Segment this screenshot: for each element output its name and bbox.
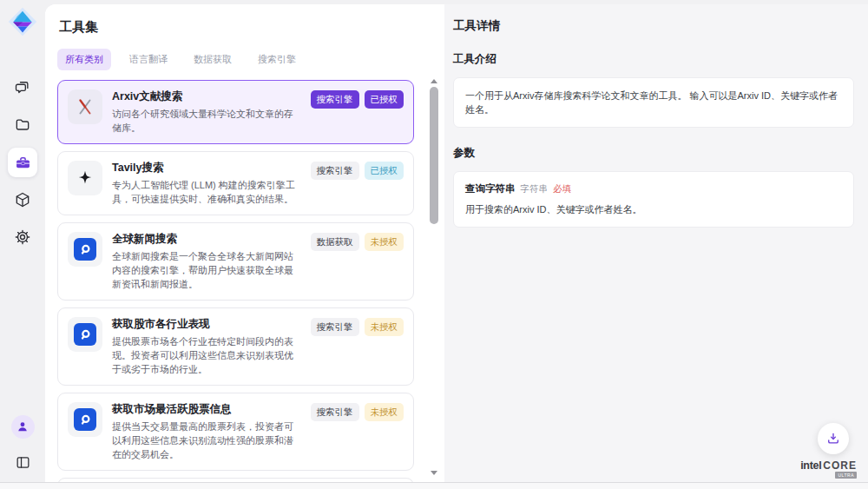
tool-card-arxiv[interactable]: Arxiv文献搜索访问各个研究领域大量科学论文和文章的存储库。搜索引擎已授权 bbox=[57, 80, 414, 144]
tool-detail-panel: 工具详情 工具介绍 一个用于从Arxiv存储库搜索科学论文和文章的工具。 输入可… bbox=[444, 4, 868, 482]
auth-badge: 已授权 bbox=[365, 162, 404, 180]
auth-badge: 已授权 bbox=[365, 90, 404, 109]
brand-intel: intel bbox=[800, 459, 821, 472]
tools-list-title: 工具集 bbox=[59, 19, 444, 36]
tool-card-body: Arxiv文献搜索访问各个研究领域大量科学论文和文章的存储库。 bbox=[112, 89, 301, 135]
app-logo bbox=[7, 6, 38, 37]
tool-title: 获取市场最活跃股票信息 bbox=[112, 402, 301, 417]
intro-heading: 工具介绍 bbox=[453, 52, 854, 67]
gear-icon bbox=[14, 228, 31, 246]
category-badge: 搜索引擎 bbox=[311, 318, 359, 336]
tool-card-body: 全球新闻搜索全球新闻搜索是一个聚合全球各大新闻网站内容的搜索引擎，帮助用户快速获… bbox=[112, 232, 301, 291]
tool-title: Tavily搜索 bbox=[112, 161, 301, 175]
category-badge: 数据获取 bbox=[311, 233, 359, 251]
param-type: 字符串 bbox=[521, 183, 549, 195]
category-badge: 搜索引擎 bbox=[311, 403, 359, 421]
arxiv-icon bbox=[68, 89, 102, 124]
left-icon-rail bbox=[0, 0, 45, 489]
param-name: 查询字符串 bbox=[465, 182, 516, 195]
tab-all-categories[interactable]: 所有类别 bbox=[57, 49, 111, 70]
scrollbar-thumb[interactable] bbox=[430, 87, 438, 224]
tool-description: 专为人工智能代理 (LLM) 构建的搜索引擎工具，可快速提供实时、准确和真实的结… bbox=[112, 178, 301, 206]
window-bottom-edge bbox=[0, 482, 868, 489]
download-icon bbox=[825, 431, 841, 446]
category-badge: 搜索引擎 bbox=[311, 90, 359, 109]
tab-language-translation[interactable]: 语言翻译 bbox=[122, 49, 175, 70]
tab-data-fetching[interactable]: 数据获取 bbox=[186, 49, 240, 70]
sidebar-item-toolbox[interactable] bbox=[8, 148, 37, 177]
sidebar-item-chat[interactable] bbox=[8, 73, 37, 102]
params-heading: 参数 bbox=[453, 146, 854, 161]
tool-card-body: 获取市场最活跃股票信息提供当天交易量最高的股票列表，投资者可以利用这些信息来识别… bbox=[112, 402, 301, 461]
tool-description: 访问各个研究领域大量科学论文和文章的存储库。 bbox=[112, 107, 301, 135]
tavily-icon bbox=[76, 169, 95, 188]
blue-chip bbox=[74, 323, 96, 346]
tool-badges: 数据获取未授权 bbox=[311, 232, 404, 291]
param-required-label: 必填 bbox=[553, 183, 571, 195]
param-desc: 用于搜索的Arxiv ID、关键字或作者姓名。 bbox=[465, 202, 842, 216]
main-window: 工具集 所有类别语言翻译数据获取搜索引擎 Arxiv文献搜索访问各个研究领域大量… bbox=[45, 4, 868, 482]
tool-badges: 搜索引擎已授权 bbox=[311, 89, 404, 135]
tool-description: 提供股票市场各个行业在特定时间段内的表现。投资者可以利用这些信息来识别表现优于或… bbox=[112, 334, 301, 376]
auth-badge: 未授权 bbox=[365, 233, 404, 251]
tool-card-body: Tavily搜索专为人工智能代理 (LLM) 构建的搜索引擎工具，可快速提供实时… bbox=[112, 161, 301, 206]
auth-badge: 未授权 bbox=[365, 403, 404, 421]
news-search-icon bbox=[78, 327, 93, 342]
tool-card-sector-performance[interactable]: 获取股市各行业表现提供股票市场各个行业在特定时间段内的表现。投资者可以利用这些信… bbox=[57, 307, 414, 386]
news-search-icon bbox=[68, 232, 102, 267]
panel-toggle-icon bbox=[15, 454, 31, 471]
tool-title: 全球新闻搜索 bbox=[112, 232, 301, 247]
sidebar-item-models[interactable] bbox=[8, 185, 37, 215]
user-avatar bbox=[16, 420, 30, 433]
news-search-icon bbox=[68, 402, 102, 437]
tool-badges: 搜索引擎未授权 bbox=[311, 402, 404, 461]
sidebar-item-settings[interactable] bbox=[8, 222, 37, 252]
tool-card-body: 获取股市各行业表现提供股票市场各个行业在特定时间段内的表现。投资者可以利用这些信… bbox=[112, 317, 301, 376]
tavily-icon bbox=[68, 161, 102, 195]
blue-chip bbox=[74, 408, 96, 431]
sidebar-item-files[interactable] bbox=[8, 110, 37, 140]
sidebar-item-user[interactable] bbox=[8, 412, 37, 441]
download-button[interactable] bbox=[818, 423, 849, 454]
tool-badges: 搜索引擎已授权 bbox=[311, 161, 404, 206]
chat-icon bbox=[14, 79, 31, 96]
news-search-icon bbox=[78, 413, 93, 427]
scroll-down-icon[interactable] bbox=[429, 468, 439, 477]
tool-description: 全球新闻搜索是一个聚合全球各大新闻网站内容的搜索引擎，帮助用户快速获取全球最新资… bbox=[112, 249, 301, 291]
sidebar-item-collapse[interactable] bbox=[8, 447, 37, 477]
tab-search-engine[interactable]: 搜索引擎 bbox=[250, 49, 304, 70]
brand-core: CORE bbox=[823, 459, 857, 472]
avatar bbox=[11, 415, 35, 439]
intro-card: 一个用于从Arxiv存储库搜索科学论文和文章的工具。 输入可以是Arxiv ID… bbox=[453, 77, 854, 128]
tool-description: 提供当天交易量最高的股票列表，投资者可以利用这些信息来识别流动性强的股票和潜在的… bbox=[112, 420, 301, 461]
tool-title: Arxiv文献搜索 bbox=[112, 89, 301, 104]
tool-badges: 搜索引擎未授权 bbox=[311, 317, 404, 376]
auth-badge: 未授权 bbox=[365, 318, 404, 336]
cube-icon bbox=[14, 191, 31, 208]
brand-ultra-badge: ULTRA bbox=[835, 472, 857, 479]
folder-icon bbox=[14, 116, 31, 134]
category-tabs: 所有类别语言翻译数据获取搜索引擎 bbox=[57, 49, 444, 70]
intro-text: 一个用于从Arxiv存储库搜索科学论文和文章的工具。 输入可以是Arxiv ID… bbox=[465, 89, 842, 116]
tool-card-tavily[interactable]: Tavily搜索专为人工智能代理 (LLM) 构建的搜索引擎工具，可快速提供实时… bbox=[57, 151, 414, 215]
tools-list-panel: 工具集 所有类别语言翻译数据获取搜索引擎 Arxiv文献搜索访问各个研究领域大量… bbox=[45, 4, 444, 482]
detail-title: 工具详情 bbox=[453, 18, 854, 34]
arxiv-icon bbox=[75, 96, 95, 117]
tool-cards-list: Arxiv文献搜索访问各个研究领域大量科学论文和文章的存储库。搜索引擎已授权Ta… bbox=[57, 80, 414, 482]
scroll-up-icon[interactable] bbox=[429, 76, 439, 85]
tool-title: 获取股市各行业表现 bbox=[112, 317, 301, 332]
list-scrollbar[interactable] bbox=[429, 76, 439, 477]
news-search-icon bbox=[78, 242, 93, 257]
intel-core-ultra-logo: intel CORE ULTRA bbox=[800, 459, 857, 479]
category-badge: 搜索引擎 bbox=[311, 162, 359, 180]
toolbox-icon bbox=[14, 154, 32, 172]
param-card: 查询字符串 字符串 必填 用于搜索的Arxiv ID、关键字或作者姓名。 bbox=[453, 171, 854, 228]
tool-card-most-active-stocks[interactable]: 获取市场最活跃股票信息提供当天交易量最高的股票列表，投资者可以利用这些信息来识别… bbox=[57, 393, 414, 471]
tool-card-global-news[interactable]: 全球新闻搜索全球新闻搜索是一个聚合全球各大新闻网站内容的搜索引擎，帮助用户快速获… bbox=[57, 222, 414, 301]
news-search-icon bbox=[68, 317, 102, 352]
blue-chip bbox=[74, 238, 96, 261]
